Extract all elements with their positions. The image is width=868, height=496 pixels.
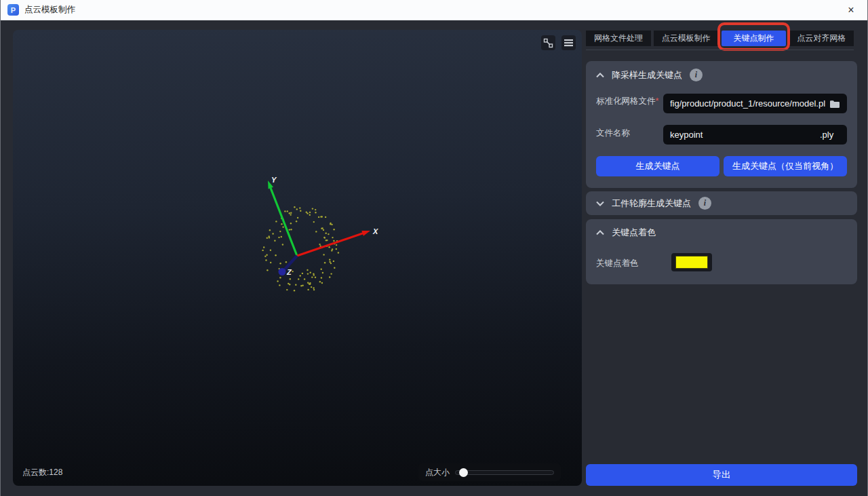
- menu-button[interactable]: [561, 35, 576, 50]
- section-title: 工件轮廓生成关键点: [612, 197, 691, 210]
- folder-browse-button[interactable]: [827, 97, 842, 111]
- keypoint-color-swatch: [675, 256, 708, 269]
- folder-icon: [829, 100, 840, 109]
- viewport-3d[interactable]: Y X Z 点云数:128 点大小: [13, 30, 582, 486]
- section-contour-keypoints: 工件轮廓生成关键点 i: [586, 191, 857, 215]
- axis-x-label: X: [372, 227, 378, 235]
- tab-pointcloud-template[interactable]: 点云模板制作: [654, 31, 719, 46]
- point-size-control: 点大小: [418, 463, 561, 481]
- slider-thumb[interactable]: [459, 468, 468, 477]
- point-count-label: 点云数:128: [22, 467, 62, 478]
- point-size-label: 点大小: [425, 467, 450, 478]
- axis-z-label: Z: [286, 268, 292, 276]
- tab-pointcloud-align-mesh[interactable]: 点云对齐网格: [789, 31, 854, 46]
- tab-keypoint-creation[interactable]: 关键点制作: [722, 31, 787, 46]
- section-downsample-keypoints: 降采样生成关键点 i 标准化网格文件* 文件名称 .ply 生成关键点 生成关键…: [586, 61, 857, 188]
- generate-keypoints-button[interactable]: 生成关键点: [596, 156, 719, 176]
- tabbar-separator: [586, 50, 854, 50]
- chevron-down-icon: [596, 201, 604, 206]
- chevron-up-icon: [596, 73, 604, 78]
- axis-x-line: [297, 233, 363, 256]
- axis-z-blob: [279, 268, 286, 275]
- axis-x-arrowhead: [361, 231, 370, 236]
- scene-canvas[interactable]: Y X Z: [13, 30, 582, 486]
- info-icon[interactable]: i: [698, 197, 711, 210]
- point-cloud: [262, 206, 339, 291]
- app-window: P 点云模板制作 × Y X Z: [0, 0, 868, 496]
- axis-y-label: Y: [271, 176, 277, 184]
- measure-tool-button[interactable]: [541, 35, 555, 50]
- tabbar: 网格文件处理 点云模板制作 关键点制作 点云对齐网格: [586, 31, 854, 46]
- section-keypoint-coloring: 关键点着色 关键点着色: [586, 219, 857, 284]
- window-title: 点云模板制作: [24, 4, 75, 16]
- file-extension-suffix: .ply: [820, 130, 833, 140]
- measure-icon: [543, 38, 553, 48]
- titlebar: P 点云模板制作 ×: [1, 0, 867, 20]
- section-header[interactable]: 工件轮廓生成关键点 i: [586, 191, 857, 210]
- mesh-file-input[interactable]: [663, 94, 847, 113]
- keypoint-color-picker[interactable]: [671, 253, 712, 271]
- chevron-up-icon: [596, 230, 604, 235]
- tab-mesh-file-processing[interactable]: 网格文件处理: [586, 31, 651, 46]
- export-button[interactable]: 导出: [586, 464, 857, 486]
- mesh-file-label: 标准化网格文件*: [596, 96, 658, 107]
- file-name-label: 文件名称: [596, 128, 630, 139]
- app-logo-icon: P: [7, 4, 19, 16]
- section-title: 关键点着色: [612, 227, 656, 239]
- required-asterisk: *: [656, 96, 659, 106]
- generate-keypoints-current-view-button[interactable]: 生成关键点（仅当前视角）: [724, 156, 847, 176]
- close-icon[interactable]: ×: [843, 3, 859, 18]
- point-size-slider[interactable]: [455, 470, 554, 475]
- axis-y-line: [271, 188, 297, 256]
- section-title: 降采样生成关键点: [612, 69, 682, 81]
- section-header[interactable]: 关键点着色: [586, 219, 857, 239]
- info-icon[interactable]: i: [690, 69, 703, 81]
- keypoint-color-label: 关键点着色: [596, 258, 639, 269]
- section-header[interactable]: 降采样生成关键点 i: [586, 61, 857, 81]
- hamburger-menu-icon: [564, 39, 573, 47]
